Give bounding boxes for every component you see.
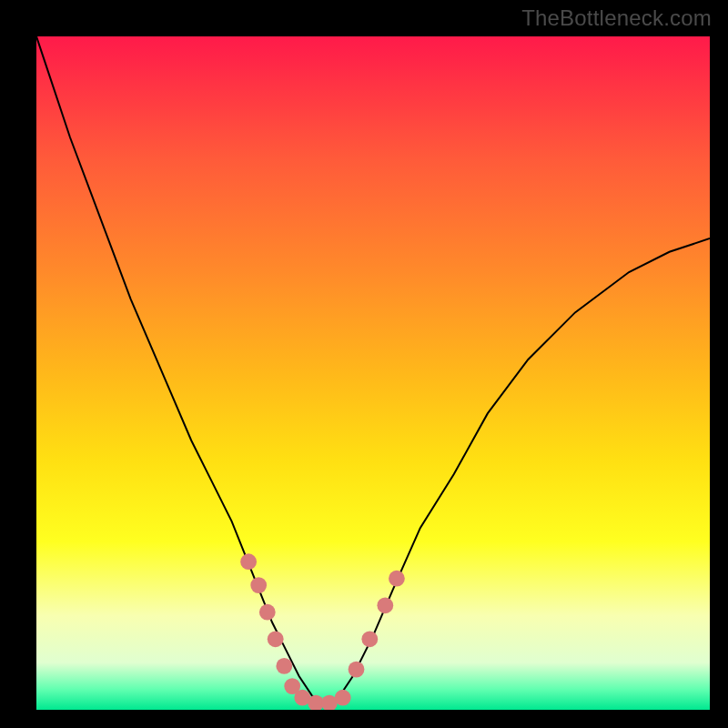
curve-marker [389, 571, 405, 587]
bottleneck-curve [36, 36, 710, 703]
curve-markers [240, 553, 405, 710]
curve-marker [377, 597, 393, 613]
curve-layer [36, 36, 710, 710]
curve-marker [335, 690, 351, 706]
curve-marker [361, 631, 378, 647]
curve-marker [259, 604, 276, 621]
watermark-label: TheBottleneck.com [521, 5, 712, 31]
curve-marker [349, 662, 365, 678]
curve-marker [268, 631, 284, 647]
curve-marker [276, 658, 292, 674]
curve-marker [250, 577, 267, 593]
curve-marker [240, 553, 257, 570]
chart-frame: TheBottleneck.com [0, 0, 728, 728]
plot-area [36, 36, 710, 710]
